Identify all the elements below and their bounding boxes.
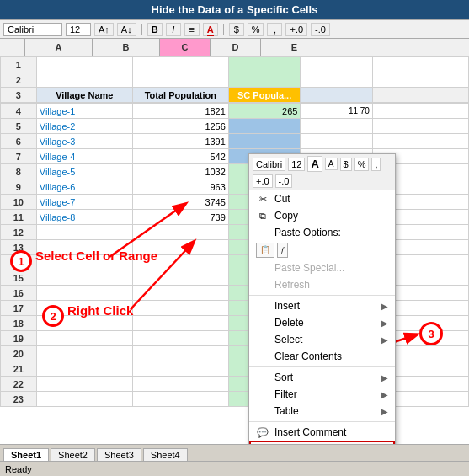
cell[interactable] — [36, 301, 132, 316]
cell[interactable] — [36, 377, 132, 392]
cm-clear-contents[interactable]: Clear Contents — [249, 348, 395, 365]
cell[interactable] — [36, 392, 132, 407]
cm-paste-special[interactable]: Paste Special... — [249, 259, 395, 276]
cell[interactable] — [132, 377, 228, 392]
cm-pct[interactable]: % — [354, 158, 370, 171]
cell-pop[interactable]: 1821 — [132, 104, 228, 119]
cell-village[interactable]: Village-4 — [36, 149, 132, 164]
cell[interactable] — [132, 225, 228, 240]
cm-dec-inc[interactable]: +.0 — [253, 174, 273, 188]
tab-sheet4[interactable]: Sheet4 — [143, 448, 188, 461]
cell-sc[interactable]: 265 — [228, 104, 301, 119]
cell[interactable] — [132, 255, 228, 270]
cell[interactable] — [132, 240, 228, 255]
cell-e[interactable] — [372, 104, 468, 119]
cell-pop[interactable]: 1391 — [132, 134, 228, 149]
cell-pop[interactable]: 3745 — [132, 195, 228, 210]
comma-btn[interactable]: , — [267, 23, 282, 36]
cm-paste-options[interactable]: Paste Options: — [249, 224, 395, 241]
font-a-small[interactable]: A↓ — [117, 23, 136, 36]
col-header-b[interactable]: B — [93, 39, 160, 56]
cell[interactable] — [132, 361, 228, 377]
cell-village[interactable]: Village-8 — [36, 210, 132, 225]
align-btn[interactable]: ≡ — [184, 23, 200, 36]
cm-A-up[interactable]: A — [307, 156, 322, 172]
cell[interactable] — [36, 72, 132, 88]
cm-delete[interactable]: Delete ▶ — [249, 314, 395, 331]
cell-d[interactable] — [301, 119, 373, 134]
dec-dec-btn[interactable]: -.0 — [311, 23, 330, 36]
tab-sheet2[interactable]: Sheet2 — [51, 448, 95, 461]
col-header-d[interactable]: D — [211, 39, 261, 56]
cell-pop[interactable]: 1256 — [132, 119, 228, 134]
cell-village[interactable]: Village-1 — [36, 104, 132, 119]
cm-sort[interactable]: Sort ▶ — [249, 369, 395, 386]
cell-pop[interactable]: 963 — [132, 179, 228, 195]
header-population[interactable]: Total Population — [132, 88, 228, 103]
cell[interactable] — [36, 240, 132, 255]
header-village[interactable]: Village Name — [36, 88, 132, 103]
cm-insert-comment[interactable]: 💬 Insert Comment — [249, 424, 395, 441]
cell[interactable] — [228, 72, 301, 88]
cell-village[interactable]: Village-3 — [36, 134, 132, 149]
cell-village[interactable]: Village-7 — [36, 195, 132, 210]
paste-icon-1[interactable]: 📋 — [256, 243, 274, 258]
cm-cut[interactable]: ✂ Cut — [249, 190, 395, 207]
cell-village[interactable]: Village-2 — [36, 119, 132, 134]
header-sc[interactable]: SC Popula... — [228, 88, 301, 103]
cell[interactable] — [36, 331, 132, 346]
dec-inc-btn[interactable]: +.0 — [285, 23, 307, 36]
col-header-e[interactable]: E — [261, 39, 328, 56]
cell-pop[interactable]: 542 — [132, 149, 228, 164]
tab-sheet1[interactable]: Sheet1 — [3, 448, 49, 461]
cell[interactable] — [36, 316, 132, 331]
cell[interactable] — [301, 72, 373, 88]
cell-sc[interactable] — [228, 119, 301, 134]
cm-select[interactable]: Select ▶ — [249, 331, 395, 348]
cm-filter[interactable]: Filter ▶ — [249, 386, 395, 403]
cell[interactable] — [301, 57, 373, 72]
font-size-input[interactable] — [66, 23, 91, 36]
cell[interactable] — [372, 57, 468, 72]
tab-sheet3[interactable]: Sheet3 — [97, 448, 141, 461]
cell[interactable] — [36, 346, 132, 361]
cell[interactable] — [36, 255, 132, 270]
italic-btn[interactable]: I — [166, 23, 181, 36]
cm-table[interactable]: Table ▶ — [249, 403, 395, 420]
cell-pop[interactable]: 1032 — [132, 164, 228, 179]
cm-insert[interactable]: Insert ▶ — [249, 297, 395, 314]
cm-copy[interactable]: ⧉ Copy — [249, 207, 395, 224]
paste-icon-2[interactable]: 𝑓 — [277, 243, 288, 258]
cell[interactable] — [132, 72, 228, 88]
percent-btn[interactable]: % — [248, 23, 264, 36]
cm-refresh[interactable]: Refresh — [249, 276, 395, 293]
cm-dec-dec[interactable]: -.0 — [275, 174, 293, 188]
font-input[interactable] — [3, 23, 62, 36]
cell-e[interactable] — [372, 119, 468, 134]
cell-sc[interactable] — [228, 134, 301, 149]
cm-dollar[interactable]: $ — [340, 158, 352, 171]
cell[interactable] — [36, 225, 132, 240]
cell[interactable] — [36, 286, 132, 301]
cm-format-cells[interactable]: ▦ Format Cells... — [249, 441, 395, 444]
cell[interactable] — [228, 57, 301, 72]
cell[interactable] — [36, 57, 132, 72]
cm-A-down[interactable]: A — [325, 158, 338, 170]
cell[interactable] — [372, 72, 468, 88]
cell[interactable] — [132, 57, 228, 72]
cell[interactable] — [132, 286, 228, 301]
cell-d[interactable] — [301, 134, 373, 149]
cell-pop[interactable]: 739 — [132, 210, 228, 225]
cell-d[interactable]: 11 70 — [301, 104, 373, 119]
cell-e[interactable] — [372, 134, 468, 149]
cm-comma[interactable]: , — [371, 158, 381, 171]
bold-btn[interactable]: B — [147, 23, 163, 36]
header-d[interactable] — [301, 88, 373, 103]
cell[interactable] — [36, 270, 132, 286]
header-e[interactable] — [372, 88, 468, 103]
cell[interactable] — [36, 361, 132, 377]
cell[interactable] — [132, 270, 228, 286]
cell[interactable] — [132, 392, 228, 407]
col-header-a[interactable]: A — [25, 39, 93, 56]
font-color-btn[interactable]: A — [203, 23, 218, 36]
